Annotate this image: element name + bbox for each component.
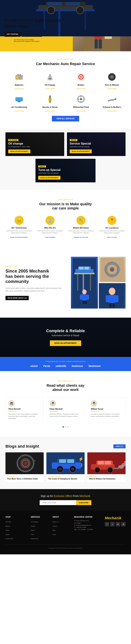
dot-2[interactable] [65,426,66,428]
service-brakes-link[interactable]: LEARN MORE [76,88,86,90]
footer-bottom: Copyright © 2024 Mechanik | Powered by U… [6,544,126,549]
svg-rect-92 [59,459,66,463]
blog-title: Blogs and Insight [6,444,39,449]
who-link[interactable]: OUR PROMISE [45,236,55,238]
footer-about-link-3[interactable]: Press [52,534,56,535]
footer-linkedin-icon[interactable]: in [116,522,120,526]
mobile-link[interactable]: REPAIR BY SECTOR [74,236,88,238]
dot-3[interactable] [67,426,68,428]
locations-link[interactable]: FIND A STORE [107,236,117,238]
hero-buttons: GET STARTED READ AN ARTICLE [4,32,68,37]
service-batteries: + Batteries LEARN MORE [6,72,33,90]
service-book-button[interactable]: BOOK AN APPOINTMENT [70,150,92,153]
get-started-button[interactable]: GET STARTED [4,32,20,37]
mission-items: 👷 50+ Technicians Lorem ipsum dolor sit … [6,216,126,238]
service-shocks-link[interactable]: LEARN MORE [45,110,55,112]
about-image-short2 [99,283,126,308]
who-title: Who We Are [36,227,64,229]
testimonial-3: 👨 William Turner ★★★★★ I've been a custo… [88,397,126,422]
blog-post-2-title: The Costs of Charging an Electric [46,477,84,482]
footer-col-resource: RESOURCE CENTER 📍 Suite 100 KN 14 St. KG… [74,516,101,541]
exhaust-icon [106,94,117,104]
email-input[interactable] [40,500,76,505]
footer-about-link-1[interactable]: Careers [52,525,58,527]
view-all-services-button[interactable]: VIEW ALL SERVICES [52,116,79,122]
ac-icon [14,94,24,104]
testimonial-2-text: Quick and efficient! They got me back on… [50,413,82,418]
partner-umbrella: umbrella [56,364,66,368]
footer-about-link-2[interactable]: Blog [52,530,55,531]
footer-hours: Mon - Fri: 8:30AM - 12:00PM [74,528,101,531]
svg-rect-35 [80,96,81,97]
footer-services-link-3[interactable]: Tires [31,534,34,535]
footer-shop-link-0[interactable]: Alterator [6,521,11,523]
svg-rect-61 [104,269,108,270]
svg-rect-38 [83,99,84,100]
testimonial-1-avatar: 👩 [8,400,15,406]
oil-book-button[interactable]: BOOK AN APPOINTMENT [8,150,30,153]
footer-shop-heading: SHOP [6,516,27,518]
read-article-button[interactable]: READ AN ARTICLE [22,32,42,37]
service-oil-name: Oil Change [36,84,64,86]
email-section: Sign up for Exclusive Offers From Mechan… [0,489,131,510]
service-shocks: Shocks & Struts LEARN MORE [36,94,64,112]
footer-services-link-1[interactable]: Brakes [31,525,35,527]
service-diff: Differential Fluid LEARN MORE [67,94,94,112]
tuneup-book-button[interactable]: BOOK AN APPOINTMENT [38,176,60,180]
svg-rect-49 [84,267,89,270]
footer-services-link-2[interactable]: Filters [31,530,35,531]
blog-post-3-image [87,452,126,474]
footer-logo: Mechanik [105,516,126,520]
footer-youtube-icon[interactable]: yt [121,522,126,526]
footer-shop-link-3[interactable]: Starter [6,534,10,535]
svg-rect-45 [90,274,91,290]
service-oil-link[interactable]: LEARN MORE [45,88,55,90]
footer-services-link-4[interactable]: Suspension [31,538,38,540]
mission-locations: 📍 15+ Locations Lorem ipsum dolor sit am… [98,216,126,238]
svg-rect-54 [83,300,84,304]
hero-rating-score: We scored 4.5/5, based on 200 reviews [14,40,39,42]
svg-rect-5 [94,40,98,48]
testimonial-1-text: Top-notch service! They explained everyt… [8,413,40,420]
subscribe-button[interactable]: SUBSCRIBE [76,500,91,505]
svg-point-105 [107,467,113,473]
diff-icon [76,94,86,104]
about-section: ABOUT US Since 2005 Mechanik has been se… [0,248,131,318]
service-exhaust-link[interactable]: LEARN MORE [107,110,117,112]
footer-shop-link-1[interactable]: Battery [6,525,10,527]
footer-about-link-0[interactable]: About Us [52,521,58,523]
footer-shop-link-2[interactable]: Filters [6,530,10,531]
testimonial-dots [6,426,126,428]
blog-post-1[interactable]: Tyre Blog Port Worn Tyres: A Definitive … [6,452,44,482]
about-cta-button[interactable]: READ MORE ABOUT US [6,296,29,300]
about-text: Lorem ipsum dolor sit amet, consectetur … [6,287,66,292]
svg-rect-67 [115,295,118,302]
blog-post-3[interactable]: Emissions How to Reduce Car Emissions [87,452,126,482]
footer-phone: 📞 +880-877-0000 [74,526,101,528]
svg-text:+: + [18,77,20,78]
dot-1[interactable] [62,426,64,428]
blog-post-3-title: How to Reduce Car Emissions [87,477,126,482]
service-batteries-link[interactable]: LEARN MORE [14,88,24,90]
technicians-link[interactable]: BOOK AN APPOINTMENT [10,236,28,238]
footer-facebook-icon[interactable]: f [105,522,109,526]
footer-services-link-0[interactable]: Oil Change [31,521,38,523]
svg-point-58 [110,267,114,272]
tires-icon [106,72,117,82]
footer-twitter-icon[interactable]: t [110,522,114,526]
brakes-icon [76,72,86,82]
footer-address-1: 📍 Suite 100 KN 14 St. [74,520,101,522]
cta-book-button[interactable]: BOOK AN APPOINTMENT [50,340,81,346]
blog-post-2-label: Electric Savings [46,474,84,477]
tuneup-card: TUNE UP Tune-up Special Automotive Tune … [36,159,96,182]
footer-shop-link-4[interactable]: Suspension [6,538,13,540]
specials-grid: OIL CHANGE Oil change Oil change Buy 4 -… [6,132,126,156]
view-all-blog-button[interactable]: VIEW ALL [113,444,126,448]
blog-post-2[interactable]: ⚡ Electric Savings The Costs of Charging… [46,452,84,482]
service-tires-link[interactable]: LEARN MORE [107,88,117,90]
service-ac-link[interactable]: LEARN MORE [14,110,24,112]
hero-title: Professional auto repairs made easy. [4,18,68,29]
svg-point-21 [80,76,82,78]
service-diff-link[interactable]: LEARN MORE [76,110,86,112]
blog-post-1-label: Tyre Blog [6,474,44,477]
